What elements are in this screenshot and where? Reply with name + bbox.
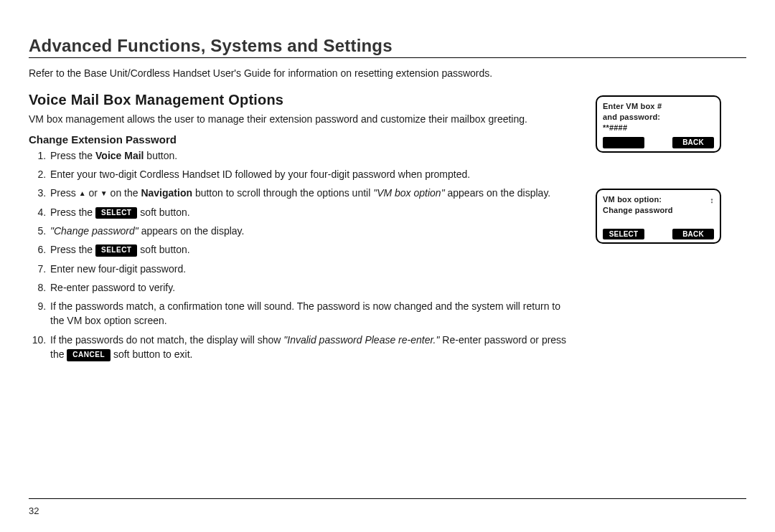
screen1-line3: **#### <box>603 123 714 133</box>
select-soft-button: SELECT <box>95 244 137 257</box>
step-10: If the passwords do not match, the displ… <box>49 333 574 362</box>
page-number: 32 <box>29 505 39 516</box>
left-column: Voice Mail Box Management Options VM box… <box>29 92 574 366</box>
section-title: Advanced Functions, Systems and Settings <box>29 36 746 58</box>
down-arrow-icon: ▼ <box>100 189 108 199</box>
step-3: Press ▲ or ▼ on the Navigation button to… <box>49 186 574 200</box>
subsection-desc: VM box management allows the user to man… <box>29 113 574 126</box>
content-row: Voice Mail Box Management Options VM box… <box>29 92 746 366</box>
step-7: Enter new four-digit password. <box>49 262 574 276</box>
screen1-soft-right: BACK <box>672 137 714 148</box>
step-1: Press the Voice Mail button. <box>49 148 574 163</box>
step-2: Enter your two-digit Cordless Handset ID… <box>49 167 574 181</box>
subsection-title: Voice Mail Box Management Options <box>29 92 574 108</box>
screen1-line1: Enter VM box # <box>603 101 714 112</box>
step-5: "Change password" appears on the display… <box>49 224 574 238</box>
procedure-title: Change Extension Password <box>29 133 574 146</box>
screen2-soft-left: SELECT <box>603 229 644 240</box>
step-6: Press the SELECT soft button. <box>49 242 574 257</box>
screen2-soft-right: BACK <box>672 229 714 240</box>
footer-rule <box>29 498 746 499</box>
updown-arrow-icon: ↕ <box>710 195 714 206</box>
select-soft-button: SELECT <box>95 207 137 219</box>
intro-text: Refer to the Base Unit/Cordless Handset … <box>29 67 588 80</box>
steps-list: Press the Voice Mail button. Enter your … <box>29 148 574 362</box>
step-4: Press the SELECT soft button. <box>49 205 574 219</box>
phone-screen-1: Enter VM box # and password: **#### BACK <box>596 95 721 153</box>
screen2-line2: Change password <box>603 205 714 216</box>
phone-screen-2: ↕ VM box option: Change password SELECT … <box>596 189 721 244</box>
screen1-soft-left <box>603 137 644 148</box>
up-arrow-icon: ▲ <box>79 189 86 199</box>
right-column: Enter VM box # and password: **#### BACK… <box>596 92 732 244</box>
cancel-soft-button: CANCEL <box>67 349 111 361</box>
screen2-line1: VM box option: <box>603 194 714 205</box>
step-8: Re-enter password to verify. <box>49 280 574 295</box>
step-9: If the passwords match, a confirmation t… <box>49 299 574 328</box>
screen1-line2: and password: <box>603 112 714 123</box>
